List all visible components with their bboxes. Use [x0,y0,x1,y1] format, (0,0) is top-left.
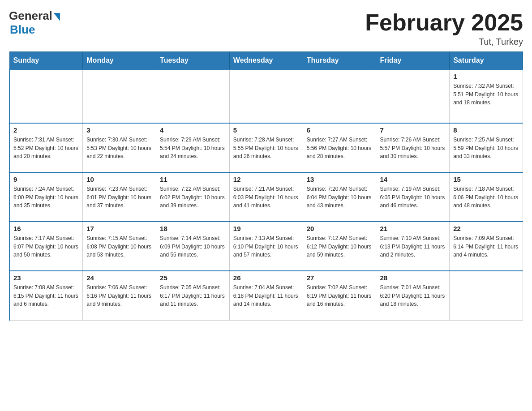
calendar-week-row: 16Sunrise: 7:17 AM Sunset: 6:07 PM Dayli… [9,222,523,271]
day-of-week-header: Saturday [450,52,523,70]
calendar-cell: 28Sunrise: 7:01 AM Sunset: 6:20 PM Dayli… [376,271,450,320]
day-number: 20 [307,225,373,232]
calendar-cell: 5Sunrise: 7:28 AM Sunset: 5:55 PM Daylig… [229,123,303,172]
day-info: Sunrise: 7:14 AM Sunset: 6:09 PM Dayligh… [160,234,226,259]
day-info: Sunrise: 7:31 AM Sunset: 5:52 PM Dayligh… [13,136,79,161]
day-number: 13 [307,176,373,183]
day-number: 12 [233,176,299,183]
day-number: 1 [453,73,519,80]
calendar-cell: 1Sunrise: 7:32 AM Sunset: 5:51 PM Daylig… [450,69,523,123]
day-info: Sunrise: 7:13 AM Sunset: 6:10 PM Dayligh… [233,234,299,259]
calendar-cell [156,69,230,123]
calendar-cell: 26Sunrise: 7:04 AM Sunset: 6:18 PM Dayli… [229,271,303,320]
calendar-cell: 27Sunrise: 7:02 AM Sunset: 6:19 PM Dayli… [303,271,376,320]
logo-general-text: General [9,9,52,23]
day-number: 27 [307,274,373,282]
calendar-cell: 14Sunrise: 7:19 AM Sunset: 6:05 PM Dayli… [376,172,450,222]
day-number: 26 [233,274,299,282]
calendar-cell: 23Sunrise: 7:08 AM Sunset: 6:15 PM Dayli… [9,271,83,320]
day-info: Sunrise: 7:17 AM Sunset: 6:07 PM Dayligh… [13,234,79,259]
day-number: 25 [160,274,226,282]
day-number: 15 [453,176,519,183]
day-number: 11 [160,176,226,183]
day-number: 2 [13,126,79,134]
calendar-cell [229,69,303,123]
calendar-cell: 17Sunrise: 7:15 AM Sunset: 6:08 PM Dayli… [83,222,156,271]
calendar-cell: 7Sunrise: 7:26 AM Sunset: 5:57 PM Daylig… [376,123,450,172]
day-number: 3 [86,126,152,134]
day-number: 10 [86,176,152,183]
day-number: 16 [13,225,79,232]
calendar-cell [450,271,523,320]
day-info: Sunrise: 7:24 AM Sunset: 6:00 PM Dayligh… [13,185,79,210]
day-info: Sunrise: 7:28 AM Sunset: 5:55 PM Dayligh… [233,136,299,161]
calendar-cell [376,69,450,123]
logo-triangle-icon [54,13,60,21]
day-info: Sunrise: 7:10 AM Sunset: 6:13 PM Dayligh… [380,234,446,259]
calendar-cell: 2Sunrise: 7:31 AM Sunset: 5:52 PM Daylig… [9,123,83,172]
day-info: Sunrise: 7:26 AM Sunset: 5:57 PM Dayligh… [380,136,446,161]
day-number: 23 [13,274,79,282]
day-number: 28 [380,274,446,282]
calendar-cell [9,69,83,123]
day-number: 9 [13,176,79,183]
day-of-week-header: Wednesday [229,52,303,70]
calendar-week-row: 23Sunrise: 7:08 AM Sunset: 6:15 PM Dayli… [9,271,523,320]
day-number: 8 [453,126,519,134]
calendar-cell: 11Sunrise: 7:22 AM Sunset: 6:02 PM Dayli… [156,172,230,222]
day-info: Sunrise: 7:08 AM Sunset: 6:15 PM Dayligh… [13,283,79,308]
calendar-cell: 19Sunrise: 7:13 AM Sunset: 6:10 PM Dayli… [229,222,303,271]
day-info: Sunrise: 7:04 AM Sunset: 6:18 PM Dayligh… [233,283,299,308]
day-number: 14 [380,176,446,183]
logo-blue-text: Blue [10,23,35,37]
calendar-cell: 25Sunrise: 7:05 AM Sunset: 6:17 PM Dayli… [156,271,230,320]
day-number: 5 [233,126,299,134]
calendar-cell [303,69,376,123]
day-number: 19 [233,225,299,232]
calendar-cell: 3Sunrise: 7:30 AM Sunset: 5:53 PM Daylig… [83,123,156,172]
calendar-cell: 13Sunrise: 7:20 AM Sunset: 6:04 PM Dayli… [303,172,376,222]
calendar-cell: 20Sunrise: 7:12 AM Sunset: 6:12 PM Dayli… [303,222,376,271]
month-title: February 2025 [365,9,523,36]
day-info: Sunrise: 7:27 AM Sunset: 5:56 PM Dayligh… [307,136,373,161]
day-info: Sunrise: 7:02 AM Sunset: 6:19 PM Dayligh… [307,283,373,308]
day-info: Sunrise: 7:09 AM Sunset: 6:14 PM Dayligh… [453,234,519,259]
calendar-cell: 8Sunrise: 7:25 AM Sunset: 5:59 PM Daylig… [450,123,523,172]
day-of-week-header: Tuesday [156,52,230,70]
day-number: 21 [380,225,446,232]
page-header: General Blue February 2025 Tut, Turkey [9,9,523,47]
location-label: Tut, Turkey [365,37,523,47]
calendar-week-row: 9Sunrise: 7:24 AM Sunset: 6:00 PM Daylig… [9,172,523,222]
day-info: Sunrise: 7:21 AM Sunset: 6:03 PM Dayligh… [233,185,299,210]
day-info: Sunrise: 7:19 AM Sunset: 6:05 PM Dayligh… [380,185,446,210]
calendar-cell: 6Sunrise: 7:27 AM Sunset: 5:56 PM Daylig… [303,123,376,172]
day-info: Sunrise: 7:23 AM Sunset: 6:01 PM Dayligh… [86,185,152,210]
calendar-cell: 21Sunrise: 7:10 AM Sunset: 6:13 PM Dayli… [376,222,450,271]
calendar-cell: 16Sunrise: 7:17 AM Sunset: 6:07 PM Dayli… [9,222,83,271]
day-of-week-header: Friday [376,52,450,70]
calendar-cell [83,69,156,123]
day-info: Sunrise: 7:15 AM Sunset: 6:08 PM Dayligh… [86,234,152,259]
day-info: Sunrise: 7:18 AM Sunset: 6:06 PM Dayligh… [453,185,519,210]
calendar-cell: 4Sunrise: 7:29 AM Sunset: 5:54 PM Daylig… [156,123,230,172]
day-info: Sunrise: 7:32 AM Sunset: 5:51 PM Dayligh… [453,82,519,107]
calendar-week-row: 1Sunrise: 7:32 AM Sunset: 5:51 PM Daylig… [9,69,523,123]
calendar-week-row: 2Sunrise: 7:31 AM Sunset: 5:52 PM Daylig… [9,123,523,172]
calendar-cell: 9Sunrise: 7:24 AM Sunset: 6:00 PM Daylig… [9,172,83,222]
day-number: 17 [86,225,152,232]
day-of-week-header: Sunday [9,52,83,70]
day-info: Sunrise: 7:01 AM Sunset: 6:20 PM Dayligh… [380,283,446,308]
day-info: Sunrise: 7:06 AM Sunset: 6:16 PM Dayligh… [86,283,152,308]
day-info: Sunrise: 7:12 AM Sunset: 6:12 PM Dayligh… [307,234,373,259]
calendar-cell: 22Sunrise: 7:09 AM Sunset: 6:14 PM Dayli… [450,222,523,271]
day-number: 6 [307,126,373,134]
calendar-cell: 18Sunrise: 7:14 AM Sunset: 6:09 PM Dayli… [156,222,230,271]
day-number: 24 [86,274,152,282]
calendar-cell: 12Sunrise: 7:21 AM Sunset: 6:03 PM Dayli… [229,172,303,222]
day-info: Sunrise: 7:22 AM Sunset: 6:02 PM Dayligh… [160,185,226,210]
day-number: 22 [453,225,519,232]
calendar-cell: 10Sunrise: 7:23 AM Sunset: 6:01 PM Dayli… [83,172,156,222]
day-info: Sunrise: 7:05 AM Sunset: 6:17 PM Dayligh… [160,283,226,308]
day-info: Sunrise: 7:25 AM Sunset: 5:59 PM Dayligh… [453,136,519,161]
day-info: Sunrise: 7:20 AM Sunset: 6:04 PM Dayligh… [307,185,373,210]
